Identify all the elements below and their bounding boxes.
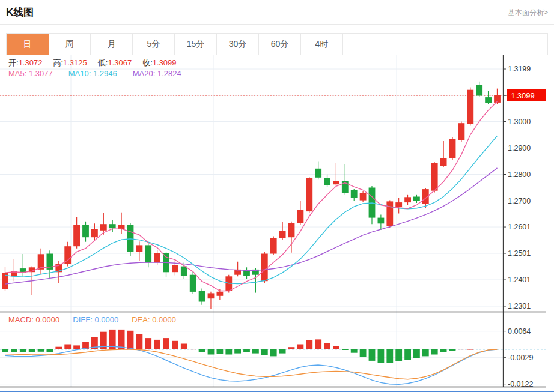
interval-tabs: 日周月5分15分30分60分4时 xyxy=(6,33,548,55)
svg-text:1.3099: 1.3099 xyxy=(511,91,535,100)
kline-chart-panel: K线图 基本面分析> 日周月5分15分30分60分4时 1.31991.3000… xyxy=(0,0,554,392)
price-axis-labels: 1.31991.30001.29001.28001.27001.26011.25… xyxy=(503,65,531,310)
svg-text:1.2700: 1.2700 xyxy=(508,197,531,205)
svg-text:1.2900: 1.2900 xyxy=(508,144,531,152)
macd-axis-labels: 0.0064-0.0029-0.0122 xyxy=(503,327,533,388)
tab-月[interactable]: 月 xyxy=(91,34,133,55)
tab-4时[interactable]: 4时 xyxy=(301,34,343,55)
last-price-tag: 1.3099 xyxy=(504,89,546,101)
chart-area[interactable]: 1.31991.30001.29001.28001.27001.26011.25… xyxy=(0,55,554,392)
tab-15分[interactable]: 15分 xyxy=(175,34,217,55)
svg-text:1.2501: 1.2501 xyxy=(508,249,531,258)
svg-text:1.2601: 1.2601 xyxy=(508,223,531,231)
tab-60分[interactable]: 60分 xyxy=(259,34,301,55)
svg-text:-0.0029: -0.0029 xyxy=(508,354,533,362)
svg-text:1.3199: 1.3199 xyxy=(508,65,531,73)
svg-text:1.3000: 1.3000 xyxy=(508,118,531,126)
candles xyxy=(2,82,501,309)
svg-text:0.0064: 0.0064 xyxy=(508,327,531,336)
tab-strip-filler xyxy=(343,34,547,55)
svg-text:1.2401: 1.2401 xyxy=(508,276,531,284)
tab-日[interactable]: 日 xyxy=(7,34,49,55)
grid xyxy=(0,55,503,387)
chart-frame xyxy=(0,55,546,387)
header-divider xyxy=(0,24,554,25)
svg-text:1.2800: 1.2800 xyxy=(508,170,531,179)
page-header: K线图 基本面分析> xyxy=(0,0,554,24)
macd-histogram xyxy=(2,330,473,363)
fundamental-analysis-link[interactable]: 基本面分析> xyxy=(508,8,548,18)
svg-text:-0.0122: -0.0122 xyxy=(508,380,533,388)
kline-chart-canvas[interactable]: 1.31991.30001.29001.28001.27001.26011.25… xyxy=(0,55,554,392)
svg-text:1.2301: 1.2301 xyxy=(508,302,531,310)
tab-30分[interactable]: 30分 xyxy=(217,34,259,55)
page-title: K线图 xyxy=(6,5,34,19)
tab-周[interactable]: 周 xyxy=(49,34,91,55)
tab-5分[interactable]: 5分 xyxy=(133,34,175,55)
